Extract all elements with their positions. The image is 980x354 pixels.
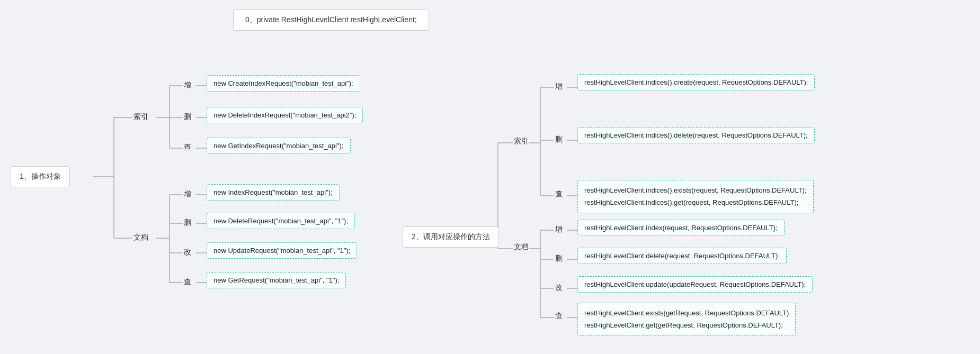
- right-center-node: 2、调用对应操作的方法: [403, 226, 499, 248]
- right-center-label: 2、调用对应操作的方法: [412, 232, 490, 241]
- right-doc-query-code: restHighLevelClient.exists(getRequest, R…: [577, 303, 796, 336]
- left-index-query-label: 查: [184, 143, 191, 152]
- left-doc-query-label: 查: [184, 277, 191, 287]
- left-doc-del-code: new DeleteRequest("mobian_test_api", "1"…: [207, 213, 355, 229]
- right-doc-add-label: 增: [555, 225, 563, 234]
- left-doc-add-code: new IndexRequest("mobian_test_api");: [207, 184, 340, 201]
- right-doc-del-label: 删: [555, 254, 563, 264]
- right-index-add-label: 增: [555, 82, 563, 92]
- left-index-add-label: 增: [184, 80, 191, 90]
- right-index-del-code: restHighLevelClient.indices().delete(req…: [577, 127, 815, 143]
- right-doc-update-code: restHighLevelClient.update(updateRequest…: [577, 276, 813, 293]
- right-doc-add-code: restHighLevelClient.index(request, Reque…: [577, 220, 785, 236]
- left-doc-del-label: 删: [184, 218, 191, 228]
- left-index-del-code: new DeleteIndexRequest("mobian_test_api2…: [207, 107, 363, 123]
- left-center-node: 1、操作对象: [11, 166, 70, 187]
- right-index-query-label: 查: [555, 189, 563, 199]
- left-index-label: 索引: [133, 112, 148, 122]
- connector-lines: [0, 0, 980, 354]
- left-doc-update-code: new UpdateRequest("mobian_test_api", "1"…: [207, 242, 357, 259]
- left-index-query-code: new GetIndexRequest("mobian_test_api");: [207, 138, 351, 154]
- right-index-query-code: restHighLevelClient.indices().exists(req…: [577, 180, 814, 213]
- right-doc-update-label: 改: [555, 283, 563, 293]
- left-doc-query-code: new GetRequest("mobian_test_api", "1");: [207, 272, 346, 288]
- left-index-del-label: 删: [184, 112, 191, 122]
- top-box-label: 0、private RestHighLevelClient restHighLe…: [245, 15, 417, 24]
- right-doc-label: 文档: [514, 242, 529, 252]
- left-index-add-code: new CreateIndexRequest("mobian_test_api"…: [207, 75, 360, 92]
- left-doc-add-label: 增: [184, 189, 191, 199]
- left-center-label: 1、操作对象: [20, 172, 61, 180]
- right-index-add-code: restHighLevelClient.indices().create(req…: [577, 74, 815, 90]
- left-doc-update-label: 改: [184, 248, 191, 257]
- left-doc-label: 文档: [133, 233, 148, 242]
- right-index-del-label: 删: [555, 135, 563, 144]
- right-doc-del-code: restHighLevelClient.delete(request, Requ…: [577, 248, 787, 264]
- right-doc-query-label: 查: [555, 311, 563, 321]
- right-index-label: 索引: [514, 137, 529, 146]
- top-box: 0、private RestHighLevelClient restHighLe…: [233, 10, 429, 31]
- diagram-container: 0、private RestHighLevelClient restHighLe…: [0, 0, 980, 354]
